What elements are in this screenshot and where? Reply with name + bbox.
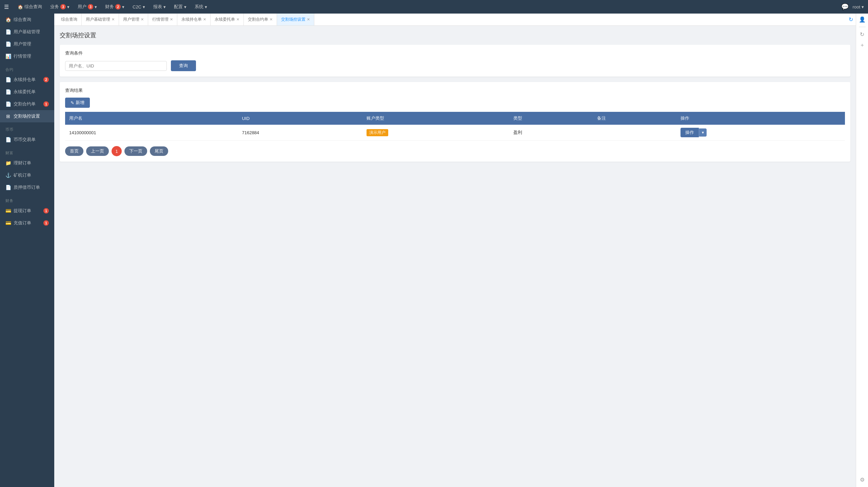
refresh-icon[interactable]: ↻ bbox=[849, 16, 853, 23]
tab-label-usermgr: 用户管理 bbox=[123, 17, 139, 22]
search-card: 查询条件 查询 bbox=[60, 45, 850, 77]
nav-item-business[interactable]: 业务 3 ▾ bbox=[47, 2, 73, 11]
nav-items: 🏠 综合查询 业务 3 ▾ 用户 3 ▾ 财务 2 ▾ C2C ▾ 报表 ▾ 配… bbox=[14, 2, 841, 11]
table-header-row: 用户名 UID 账户类型 类型 备注 操作 bbox=[65, 112, 845, 125]
badge-perp-pos: 2 bbox=[43, 77, 49, 82]
sidebar-item-usermgr[interactable]: 📄 用户管理 bbox=[0, 38, 54, 50]
sidebar-section-coin: 币币 bbox=[0, 122, 54, 134]
add-button[interactable]: ✎ 新增 bbox=[65, 98, 90, 108]
sidebar-item-venue[interactable]: ⊞ 交割场控设置 bbox=[0, 110, 54, 122]
account-type-badge: 演示用户 bbox=[367, 129, 388, 136]
nav-item-c2c[interactable]: C2C ▾ bbox=[129, 3, 149, 11]
sidebar-item-pledge[interactable]: 📄 质押借币订单 bbox=[0, 181, 54, 194]
add-button-label: 新增 bbox=[76, 100, 84, 106]
badge-withdraw: 1 bbox=[43, 208, 49, 214]
sidebar-section-finance: 财务 bbox=[0, 194, 54, 205]
tab-close-delegate[interactable]: ✕ bbox=[236, 17, 239, 22]
folder-icon-wealth: 📁 bbox=[5, 160, 11, 166]
nav-item-user[interactable]: 用户 3 ▾ bbox=[74, 2, 100, 11]
page-content: 交割场控设置 查询条件 查询 查询结果 ✎ 新增 bbox=[54, 26, 856, 487]
page-last-button[interactable]: 尾页 bbox=[150, 146, 168, 156]
tab-close-usermgr[interactable]: ✕ bbox=[141, 17, 144, 22]
nav-item-report[interactable]: 报表 ▾ bbox=[150, 2, 169, 11]
sidebar-label-overview: 综合查询 bbox=[14, 17, 31, 23]
chevron-down-icon: ▾ bbox=[67, 4, 70, 9]
sidebar-label-recharge: 充值订单 bbox=[14, 220, 31, 226]
page-next-button[interactable]: 下一页 bbox=[124, 146, 147, 156]
page-current-button[interactable]: 1 bbox=[112, 146, 122, 156]
sidebar-section-wealth: 财富 bbox=[0, 146, 54, 157]
sidebar-item-wealth-order[interactable]: 📁 理财订单 bbox=[0, 157, 54, 169]
chat-icon[interactable]: 💬 bbox=[841, 3, 849, 11]
doc-icon-perp-del: 📄 bbox=[5, 89, 11, 95]
card-icon-withdraw: 💳 bbox=[5, 208, 11, 214]
action-button[interactable]: 操作 bbox=[680, 128, 699, 137]
tab-close-venue[interactable]: ✕ bbox=[307, 17, 310, 22]
sidebar-label-market: 行情管理 bbox=[14, 53, 31, 59]
doc-icon-perp: 📄 bbox=[5, 77, 11, 82]
sidebar-label-pledge: 质押借币订单 bbox=[14, 184, 40, 190]
tab-contract[interactable]: 交割合约单 ✕ bbox=[244, 14, 277, 26]
sidebar-item-withdraw[interactable]: 💳 提现订单 1 bbox=[0, 205, 54, 217]
tab-venue[interactable]: 交割场控设置 ✕ bbox=[277, 14, 314, 26]
nav-label-c2c: C2C bbox=[133, 4, 141, 9]
page-first-button[interactable]: 首页 bbox=[65, 146, 83, 156]
chevron-down-icon-report: ▾ bbox=[163, 4, 166, 9]
tab-userbase[interactable]: 用户基础管理 ✕ bbox=[82, 14, 119, 26]
search-input[interactable] bbox=[65, 61, 167, 71]
nav-item-config[interactable]: 配置 ▾ bbox=[171, 2, 190, 11]
tab-close-perpetual[interactable]: ✕ bbox=[203, 17, 206, 22]
col-action: 操作 bbox=[676, 112, 845, 125]
nav-item-system[interactable]: 系统 ▾ bbox=[191, 2, 211, 11]
grid-icon-venue: ⊞ bbox=[5, 114, 11, 119]
sidebar-item-perpetual-pos[interactable]: 📄 永续持仓单 2 bbox=[0, 74, 54, 86]
tab-delegate[interactable]: 永续委托单 ✕ bbox=[211, 14, 244, 26]
search-button[interactable]: 查询 bbox=[171, 60, 196, 71]
user-label: root bbox=[853, 4, 860, 9]
sidebar-label-coin: 币币交易单 bbox=[14, 137, 36, 143]
sidebar-item-coin-trade[interactable]: 📄 币币交易单 bbox=[0, 134, 54, 146]
page-prev-button[interactable]: 上一页 bbox=[86, 146, 109, 156]
sidebar-item-userbase[interactable]: 📄 用户基础管理 bbox=[0, 26, 54, 38]
main-layout: 🏠 综合查询 📄 用户基础管理 📄 用户管理 📊 行情管理 合约 📄 永续持仓单… bbox=[0, 14, 868, 487]
chevron-down-icon-finance: ▾ bbox=[122, 4, 124, 9]
sidebar-item-miner[interactable]: ⚓ 矿机订单 bbox=[0, 169, 54, 181]
col-remark: 备注 bbox=[593, 112, 676, 125]
tab-close-market[interactable]: ✕ bbox=[170, 17, 173, 22]
tab-overview[interactable]: 综合查询 bbox=[57, 14, 82, 26]
sidebar-label-withdraw: 提现订单 bbox=[14, 208, 31, 214]
tab-close-contract[interactable]: ✕ bbox=[270, 17, 273, 22]
sidebar-label-contract: 交割合约单 bbox=[14, 101, 36, 107]
cell-remark bbox=[593, 125, 676, 141]
sidebar-item-recharge[interactable]: 💳 充值订单 1 bbox=[0, 217, 54, 229]
nav-item-home[interactable]: 🏠 综合查询 bbox=[14, 2, 45, 11]
sidebar-item-overview[interactable]: 🏠 综合查询 bbox=[0, 14, 54, 26]
right-panel-add-icon[interactable]: ＋ bbox=[860, 42, 865, 49]
right-panel-avatar-icon[interactable]: 👤 bbox=[859, 16, 866, 23]
nav-label-user: 用户 bbox=[78, 4, 86, 10]
doc-icon-contract: 📄 bbox=[5, 101, 11, 107]
nav-label-system: 系统 bbox=[195, 4, 203, 10]
right-panel-settings-icon[interactable]: ⚙ bbox=[860, 477, 865, 483]
table-row: 14100000001 7162884 演示用户 盈利 操作 ▾ bbox=[65, 125, 845, 141]
chevron-down-icon-system: ▾ bbox=[205, 4, 207, 9]
hamburger-menu[interactable]: ☰ bbox=[4, 4, 9, 10]
sidebar-label-miner: 矿机订单 bbox=[14, 172, 31, 178]
action-dropdown-button[interactable]: ▾ bbox=[699, 128, 707, 137]
sidebar-item-market[interactable]: 📊 行情管理 bbox=[0, 50, 54, 62]
right-panel-refresh-icon[interactable]: ↻ bbox=[860, 31, 864, 38]
nav-label-business: 业务 bbox=[50, 4, 59, 10]
user-info[interactable]: root ▾ bbox=[853, 4, 864, 9]
results-table: 用户名 UID 账户类型 类型 备注 操作 14100000001 716288… bbox=[65, 112, 845, 141]
cell-type: 盈利 bbox=[509, 125, 593, 141]
right-panel-bottom: ⚙ bbox=[860, 476, 865, 487]
sidebar-item-perpetual-del[interactable]: 📄 永续委托单 bbox=[0, 86, 54, 98]
sidebar-label-venue: 交割场控设置 bbox=[14, 113, 40, 119]
sidebar-item-contract-order[interactable]: 📄 交割合约单 1 bbox=[0, 98, 54, 110]
tab-close-userbase[interactable]: ✕ bbox=[112, 17, 115, 22]
col-type: 类型 bbox=[509, 112, 593, 125]
nav-item-finance[interactable]: 财务 2 ▾ bbox=[102, 2, 128, 11]
tab-perpetual[interactable]: 永续持仓单 ✕ bbox=[177, 14, 211, 26]
tab-usermgr[interactable]: 用户管理 ✕ bbox=[119, 14, 148, 26]
tab-market[interactable]: 行情管理 ✕ bbox=[148, 14, 177, 26]
